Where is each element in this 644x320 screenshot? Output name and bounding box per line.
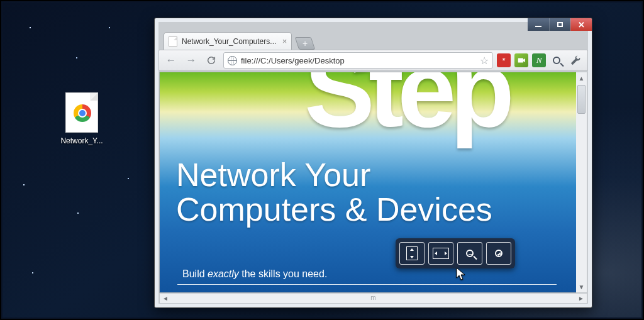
hscroll-track[interactable]: m <box>171 294 575 303</box>
tab-title: Network_Your_Computers... <box>182 37 276 46</box>
banner-step-text: Step <box>304 72 508 143</box>
fit-width-button[interactable] <box>428 242 453 265</box>
bookmark-star-icon[interactable]: ☆ <box>480 55 489 67</box>
window-caption-buttons: ✕ <box>528 18 592 31</box>
extension-green-icon[interactable] <box>514 53 528 67</box>
maximize-button[interactable] <box>549 18 570 31</box>
extension-evernote-icon[interactable]: N <box>532 53 546 67</box>
chrome-window: ✕ Network_Your_Computers... × + ← → file… <box>154 18 592 308</box>
desktop-file-label: Network_Y... <box>52 136 112 145</box>
article-frame: Network_Y... ✕ Network_Your_Computers...… <box>0 0 644 320</box>
scroll-left-arrow-icon[interactable]: ◄ <box>160 295 171 302</box>
vertical-scrollbar[interactable]: ▲ ▼ <box>576 72 587 293</box>
settings-wrench-icon[interactable] <box>567 52 584 69</box>
extension-lastpass-icon[interactable]: * <box>497 53 511 67</box>
book-subtitle: Build exactly the skills you need. <box>182 268 327 280</box>
fit-page-button[interactable] <box>399 242 425 265</box>
url-text: file:///C:/Users/geek/Desktop <box>241 56 345 65</box>
divider-line <box>177 284 557 285</box>
book-title: Network Your Computers & Devices <box>176 158 492 227</box>
zoom-out-button[interactable] <box>457 242 482 265</box>
forward-button[interactable]: → <box>183 52 199 69</box>
reload-button[interactable] <box>203 52 219 69</box>
page-icon <box>169 36 177 47</box>
scroll-down-arrow-icon[interactable]: ▼ <box>576 281 587 292</box>
browser-toolbar: ← → file:///C:/Users/geek/Desktop ☆ * N <box>158 50 588 71</box>
chrome-icon <box>74 104 91 122</box>
new-tab-button[interactable]: + <box>295 37 315 50</box>
extension-search-icon[interactable] <box>550 53 564 67</box>
scroll-thumb[interactable] <box>577 85 586 114</box>
pdf-viewport[interactable]: Step Network Your Computers & Devices Bu… <box>159 72 587 293</box>
browser-tab[interactable]: Network_Your_Computers... × <box>164 32 292 50</box>
globe-icon <box>228 56 237 65</box>
scroll-up-arrow-icon[interactable]: ▲ <box>576 72 587 84</box>
tab-close-icon[interactable]: × <box>282 37 287 45</box>
svg-rect-0 <box>518 58 523 63</box>
scroll-right-arrow-icon[interactable]: ► <box>575 295 587 302</box>
tab-strip: Network_Your_Computers... × + <box>164 32 583 50</box>
pdf-toolbar <box>396 238 515 268</box>
desktop-file-shortcut[interactable]: Network_Y... <box>52 92 112 145</box>
close-button[interactable]: ✕ <box>570 18 592 31</box>
back-button[interactable]: ← <box>163 52 179 69</box>
address-bar[interactable]: file:///C:/Users/geek/Desktop ☆ <box>223 52 493 69</box>
scroll-marker: m <box>370 294 375 301</box>
horizontal-scrollbar[interactable]: ◄ m ► <box>159 293 587 304</box>
zoom-in-button[interactable] <box>486 242 511 265</box>
file-icon <box>65 92 98 133</box>
minimize-button[interactable] <box>528 18 549 31</box>
